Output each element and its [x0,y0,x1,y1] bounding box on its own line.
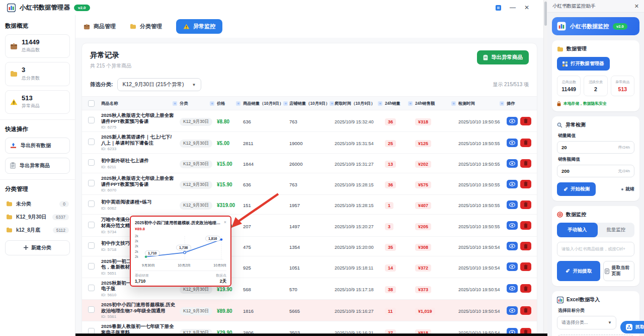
row-checkbox[interactable] [88,285,95,291]
product-name: 初中新外研社七上课件 [101,158,180,164]
delete-button[interactable] [520,242,531,250]
folder-icon [6,214,13,220]
export-anomaly-products-button[interactable]: 导出异常商品 [477,50,529,64]
start-detect-button[interactable]: 开始检测 [557,182,596,196]
view-button[interactable] [507,242,518,250]
privacy-note: 本地存储，数据隐私安全 [557,101,634,106]
view-button[interactable] [507,200,518,209]
sales-24h: 36 [385,181,396,188]
open-data-manager-button[interactable]: 打开数据管理器 [557,57,610,71]
product-id: ID: 6070 [101,188,180,192]
panel-close-icon[interactable]: ✕ [634,3,639,10]
category-mgmt-heading: 分类管理 [5,185,70,193]
export-anomaly-button[interactable]: 导出异常商品 [5,158,70,174]
delete-button[interactable] [520,117,531,125]
pin-window-icon[interactable] [496,5,501,11]
row-checkbox[interactable] [88,242,95,249]
sales-threshold-input[interactable]: 20 件/24h [557,141,634,154]
detect-time: 2025/10/10 19:50:54 [458,287,500,292]
row-checkbox[interactable] [88,139,95,145]
row-checkbox[interactable] [88,159,95,166]
sort-icon[interactable] [210,101,214,106]
tab-anomaly-monitor[interactable]: 异常监控 [176,19,222,34]
revenue-24h: ¥318 [415,118,431,125]
revenue-24h: ¥575 [415,181,431,188]
status-dot [621,188,623,190]
sort-icon[interactable] [236,101,240,106]
delete-button[interactable] [520,159,531,168]
row-checkbox[interactable] [88,117,95,123]
sort-icon[interactable] [451,101,456,106]
product-sales: 636 [243,182,251,187]
row-checkbox[interactable] [88,263,95,270]
row-checkbox[interactable] [88,222,95,228]
revenue-24h: ¥202 [415,161,431,168]
close-icon[interactable]: ✕ [524,5,529,11]
export-all-button[interactable]: 导出所有数据 [5,138,70,154]
extract-current-page-button[interactable]: 提取当前页面 [603,261,634,281]
anomaly-detect-card: 异常检测 销量阈值 20 件/24h 销售额阈值 200 元/24h 开始检测 … [552,116,639,201]
filter-row: 筛选分类: K12_9月30日 (215个异常) ▼ 显示 215/513 项 [82,74,537,96]
sales-24h: 11 [385,308,396,315]
target-category-select[interactable]: 请选择分类... ▼ [557,316,616,329]
category-item-k12-sep30[interactable]: K12_9月30日 6337 [5,211,70,224]
category-item-uncategorized[interactable]: 未分类 0 [5,197,70,211]
delete-button[interactable] [520,139,531,147]
page-scrollbar[interactable] [543,0,547,336]
row-checkbox[interactable] [88,306,95,313]
sort-icon[interactable] [283,101,288,106]
sort-icon[interactable] [378,101,382,106]
rocket-icon [563,187,568,192]
popup-close-icon[interactable]: × [224,220,226,225]
minimize-icon[interactable]: — [510,5,516,11]
delete-button[interactable] [520,221,531,230]
sort-icon[interactable] [408,101,413,106]
main-content: 商品管理 分类管理 异常监控 异常记录 共 215 个异常商品 [75,15,543,336]
start-extract-button[interactable]: 开始提取 [557,261,600,281]
row-checkbox[interactable] [88,180,95,186]
category-pill: K12_9月30日 [180,286,212,294]
product-link-input[interactable]: 请输入小红书商品链接，或按Ctrl+ [557,242,634,256]
crawl-time: 2025/10/9 15:28:15 [335,203,374,208]
tab-manual-input[interactable]: 手动输入 [557,223,598,237]
delete-button[interactable] [520,200,531,209]
tab-categories[interactable]: 分类管理 [130,23,162,30]
store-sales: 763 [289,182,297,187]
view-button[interactable] [507,221,518,230]
view-button[interactable] [507,159,518,168]
filter-label: 筛选分类: [90,81,113,88]
new-category-button[interactable]: 新建分类 [5,240,70,255]
sort-icon[interactable] [173,101,177,106]
product-id: ID: 6211 [101,165,180,169]
delete-button[interactable] [520,180,531,188]
row-checkbox[interactable] [88,200,95,207]
view-button[interactable] [507,180,518,188]
select-all-checkbox[interactable] [88,100,95,107]
category-item-k12-aug[interactable]: k12_8月底 5112 [5,224,70,237]
view-button[interactable] [507,262,518,271]
view-button[interactable] [507,284,518,293]
tab-batch-monitor[interactable]: 批量监控 [598,223,634,237]
floating-capture-button[interactable]: 抓取整页 [620,321,644,333]
delete-button[interactable] [520,306,531,315]
package-icon [84,24,90,30]
tab-bar: 商品管理 分类管理 异常监控 [75,15,543,38]
product-id: ID: 5610 [101,293,180,297]
delete-button[interactable] [520,284,531,293]
delete-button[interactable] [520,262,531,271]
scrollbar-thumb[interactable] [544,2,547,26]
sort-icon[interactable] [330,101,334,106]
export-icon [10,143,17,149]
table-row: 初中英语阅读课程+练习ID: 6062K12_9月30日¥319.0015119… [82,195,537,215]
product-sales: 2811 [243,141,253,146]
sort-icon[interactable] [500,101,504,106]
crawl-time: 2025/10/9 15:31:27 [335,162,374,167]
view-button[interactable] [507,139,518,147]
view-button[interactable] [507,117,518,125]
revenue-threshold-input[interactable]: 200 元/24h [557,165,634,177]
category-filter-select[interactable]: K12_9月30日 (215个异常) ▼ [117,78,202,91]
view-button[interactable] [507,306,518,315]
overview-heading: 数据概览 [5,22,70,30]
tab-products[interactable]: 商品管理 [84,23,116,30]
category-pill: K12_9月30日 [180,118,212,126]
